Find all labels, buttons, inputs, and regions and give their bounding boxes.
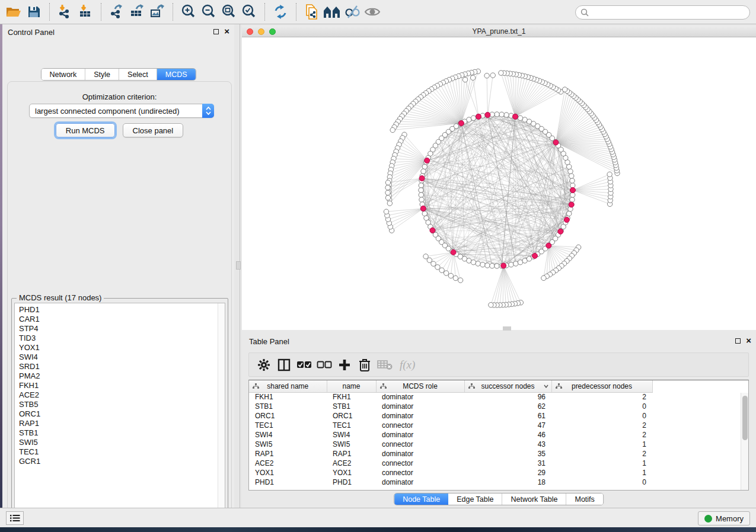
table-cell[interactable]	[652, 402, 741, 411]
mcds-result-item[interactable]: PMA2	[19, 371, 225, 381]
table-cell[interactable]: ACE2	[327, 459, 376, 468]
zoom-fit-button[interactable]	[219, 2, 239, 21]
table-cell[interactable]: FKH1	[327, 392, 376, 402]
table-cell[interactable]: 47	[464, 421, 551, 430]
toolbar-search[interactable]	[575, 5, 750, 20]
clone-network-button[interactable]	[302, 2, 322, 21]
table-cell[interactable]	[652, 421, 741, 430]
table-cell[interactable]: ACE2	[249, 459, 327, 468]
table-cell[interactable]: PHD1	[327, 477, 376, 487]
table-cell[interactable]: SWI4	[327, 430, 376, 440]
table-scrollbar-thumb[interactable]	[742, 396, 748, 440]
table-row[interactable]: TEC1TEC1connector472	[249, 421, 741, 430]
tab-select[interactable]: Select	[119, 69, 157, 80]
export-table-button[interactable]	[127, 2, 147, 21]
tab-style[interactable]: Style	[85, 69, 119, 80]
table-cell[interactable]: 43	[464, 440, 551, 449]
task-history-button[interactable]	[6, 511, 24, 525]
mcds-result-item[interactable]: ORC1	[19, 409, 225, 419]
table-cell[interactable]: 62	[464, 402, 551, 411]
table-row[interactable]: SWI5SWI5connector431	[249, 440, 741, 449]
column-header-successor-nodes[interactable]: successor nodes	[464, 380, 551, 392]
tab-motifs[interactable]: Motifs	[566, 493, 602, 505]
table-row[interactable]: FKH1FKH1dominator962	[249, 392, 741, 402]
run-mcds-button[interactable]: Run MCDS	[56, 123, 115, 137]
tab-network-table[interactable]: Network Table	[503, 493, 567, 505]
table-cell[interactable]: 61	[464, 411, 551, 421]
table-cell[interactable]: connector	[376, 459, 464, 468]
unselect-all-columns-button[interactable]	[315, 356, 333, 374]
mcds-result-item[interactable]: STP4	[19, 324, 225, 334]
network-splitter-grip[interactable]	[503, 326, 511, 331]
table-row[interactable]: ACE2ACE2connector311	[249, 459, 741, 468]
mcds-result-item[interactable]: TID3	[19, 334, 225, 343]
window-zoom-icon[interactable]	[269, 28, 276, 35]
mcds-result-item[interactable]: SWI5	[19, 438, 225, 447]
table-cell[interactable]: 35	[464, 449, 551, 459]
close-table-panel-icon[interactable]: ×	[746, 338, 751, 344]
delete-columns-button[interactable]	[356, 356, 374, 374]
search-input[interactable]	[592, 7, 749, 18]
mcds-result-item[interactable]: GCR1	[19, 457, 225, 466]
table-cell[interactable]: dominator	[376, 430, 464, 440]
table-cell[interactable]	[652, 392, 741, 402]
table-cell[interactable]: 0	[551, 402, 652, 411]
table-cell[interactable]	[652, 477, 741, 487]
add-column-button[interactable]	[336, 356, 353, 374]
table-cell[interactable]	[652, 468, 741, 477]
network-canvas[interactable]	[242, 37, 756, 330]
table-cell[interactable]: 1	[551, 440, 652, 449]
column-header-MCDS-role[interactable]: MCDS role	[376, 380, 464, 392]
window-close-icon[interactable]	[247, 28, 253, 35]
table-cell[interactable]: 0	[551, 477, 652, 487]
table-cell[interactable]: TEC1	[249, 421, 327, 430]
table-cell[interactable]: dominator	[376, 477, 464, 487]
mcds-result-list[interactable]: PHD1CAR1STP4TID3YOX1SWI4SRD1PMA2FKH1ACE2…	[14, 303, 225, 518]
table-cell[interactable]	[652, 449, 741, 459]
mcds-result-item[interactable]: SWI4	[19, 352, 225, 362]
zoom-out-button[interactable]	[199, 2, 219, 21]
table-cell[interactable]: 1	[551, 459, 652, 468]
function-builder-button[interactable]: f(x)	[400, 358, 415, 371]
mcds-result-item[interactable]: RAP1	[19, 419, 225, 428]
table-cell[interactable]: dominator	[376, 402, 464, 411]
table-cell[interactable]: 2	[551, 449, 652, 459]
float-table-panel-icon[interactable]	[735, 338, 741, 344]
table-cell[interactable]: STB1	[249, 402, 327, 411]
mcds-result-item[interactable]: CAR1	[19, 315, 225, 324]
zoom-selected-button[interactable]	[239, 2, 259, 21]
import-table-button[interactable]	[75, 2, 95, 21]
hide-selected-button[interactable]	[342, 2, 362, 21]
table-cell[interactable]: 29	[464, 468, 551, 477]
column-header-name[interactable]: name	[327, 380, 376, 392]
delete-table-button[interactable]	[376, 356, 394, 374]
show-all-button[interactable]	[362, 2, 382, 21]
memory-button[interactable]: Memory	[698, 511, 750, 525]
table-cell[interactable]: STB1	[327, 402, 376, 411]
panel-splitter[interactable]	[234, 24, 242, 508]
table-cell[interactable]: SWI5	[327, 440, 376, 449]
table-row[interactable]: ORC1ORC1dominator610	[249, 411, 741, 421]
table-options-button[interactable]	[255, 356, 273, 374]
mcds-result-item[interactable]: ACE2	[19, 390, 225, 400]
mcds-list-scrollbar[interactable]	[218, 303, 225, 517]
optimization-criterion-select[interactable]: largest connected component (undirected)	[29, 104, 214, 118]
mcds-result-item[interactable]: FKH1	[19, 381, 225, 390]
export-image-button[interactable]	[147, 2, 167, 21]
show-columns-button[interactable]	[275, 356, 293, 374]
table-row[interactable]: SWI4SWI4dominator462	[249, 430, 741, 440]
splitter-grip[interactable]	[236, 261, 241, 270]
table-cell[interactable]: dominator	[376, 411, 464, 421]
tab-mcds[interactable]: MCDS	[157, 69, 196, 80]
table-cell[interactable]: ORC1	[327, 411, 376, 421]
table-cell[interactable]: FKH1	[249, 392, 327, 402]
table-cell[interactable]: ORC1	[249, 411, 327, 421]
select-all-columns-button[interactable]	[295, 356, 313, 374]
first-neighbors-button[interactable]	[322, 2, 342, 21]
window-minimize-icon[interactable]	[258, 28, 264, 35]
open-session-button[interactable]	[4, 2, 24, 21]
table-cell[interactable]: 1	[551, 468, 652, 477]
table-cell[interactable]	[652, 411, 741, 421]
mcds-result-item[interactable]: SRD1	[19, 362, 225, 371]
table-cell[interactable]: dominator	[376, 392, 464, 402]
